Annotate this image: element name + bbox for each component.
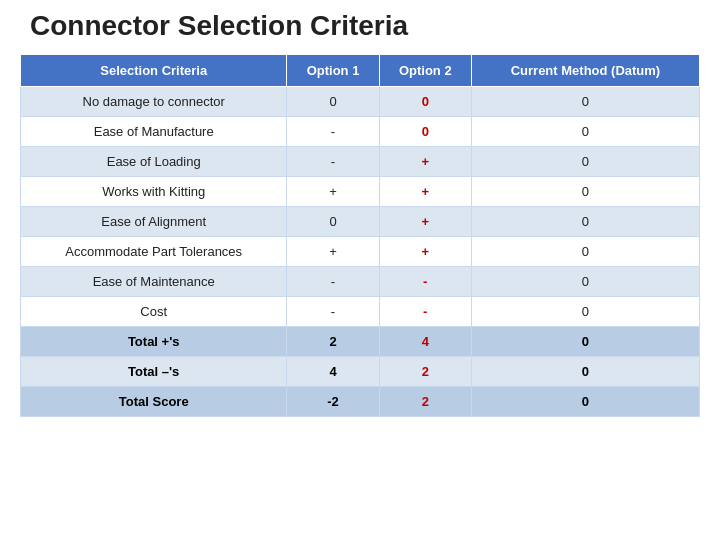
footer-row: Total +'s240: [21, 327, 700, 357]
option1-value: +: [287, 177, 379, 207]
option2-value: +: [379, 237, 471, 267]
current-value: 0: [471, 237, 699, 267]
option1-value: -: [287, 267, 379, 297]
option2-value: -: [379, 267, 471, 297]
footer-current: 0: [471, 327, 699, 357]
footer-label: Total +'s: [21, 327, 287, 357]
footer-option1: 2: [287, 327, 379, 357]
header-option2: Option 2: [379, 55, 471, 87]
option2-value: 0: [379, 87, 471, 117]
option1-value: -: [287, 297, 379, 327]
current-value: 0: [471, 87, 699, 117]
footer-option1: 4: [287, 357, 379, 387]
current-value: 0: [471, 147, 699, 177]
option1-value: -: [287, 117, 379, 147]
table-row: Ease of Alignment0+0: [21, 207, 700, 237]
footer-row: Total –'s420: [21, 357, 700, 387]
table-row: Ease of Maintenance--0: [21, 267, 700, 297]
footer-current: 0: [471, 387, 699, 417]
criteria-label: Ease of Maintenance: [21, 267, 287, 297]
current-value: 0: [471, 297, 699, 327]
criteria-label: Cost: [21, 297, 287, 327]
table-row: Ease of Loading-+0: [21, 147, 700, 177]
footer-label: Total Score: [21, 387, 287, 417]
table-row: No damage to connector000: [21, 87, 700, 117]
current-value: 0: [471, 207, 699, 237]
header-current: Current Method (Datum): [471, 55, 699, 87]
option2-value: -: [379, 297, 471, 327]
option2-value: +: [379, 147, 471, 177]
header-criteria: Selection Criteria: [21, 55, 287, 87]
option1-value: -: [287, 147, 379, 177]
current-value: 0: [471, 117, 699, 147]
table-row: Cost--0: [21, 297, 700, 327]
footer-option2: 2: [379, 387, 471, 417]
option1-value: 0: [287, 87, 379, 117]
option1-value: +: [287, 237, 379, 267]
current-value: 0: [471, 267, 699, 297]
table-row: Ease of Manufacture-00: [21, 117, 700, 147]
footer-row: Total Score-220: [21, 387, 700, 417]
option1-value: 0: [287, 207, 379, 237]
criteria-label: No damage to connector: [21, 87, 287, 117]
footer-current: 0: [471, 357, 699, 387]
footer-option2: 2: [379, 357, 471, 387]
selection-criteria-table: Selection Criteria Option 1 Option 2 Cur…: [20, 54, 700, 417]
footer-option2: 4: [379, 327, 471, 357]
criteria-label: Ease of Manufacture: [21, 117, 287, 147]
criteria-label: Ease of Alignment: [21, 207, 287, 237]
footer-option1: -2: [287, 387, 379, 417]
table-row: Accommodate Part Tolerances++0: [21, 237, 700, 267]
option2-value: +: [379, 207, 471, 237]
header-option1: Option 1: [287, 55, 379, 87]
table-row: Works with Kitting++0: [21, 177, 700, 207]
option2-value: +: [379, 177, 471, 207]
option2-value: 0: [379, 117, 471, 147]
criteria-label: Ease of Loading: [21, 147, 287, 177]
criteria-label: Works with Kitting: [21, 177, 287, 207]
page-title: Connector Selection Criteria: [20, 10, 408, 42]
current-value: 0: [471, 177, 699, 207]
criteria-label: Accommodate Part Tolerances: [21, 237, 287, 267]
footer-label: Total –'s: [21, 357, 287, 387]
